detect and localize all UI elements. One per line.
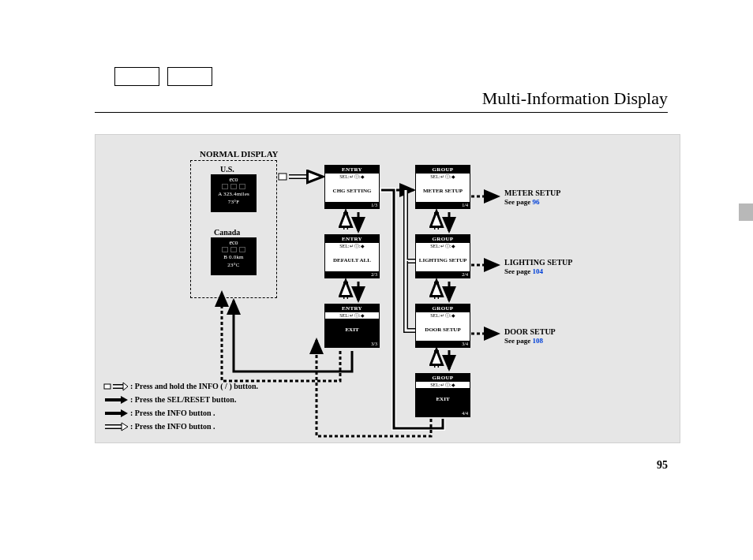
screen-group-1: GROUP SEL:↵ ⓘ:◆ METER SETUP 1/4 — [415, 165, 470, 209]
legend-solid-arrow-icon — [103, 395, 130, 405]
canada-label: Canada — [214, 228, 240, 237]
temp-value: 73°F — [211, 199, 257, 205]
svg-rect-22 — [104, 384, 111, 389]
eco-label: eco — [211, 174, 257, 183]
annotation-lighting: LIGHTING SETUP See page 104 — [504, 258, 572, 275]
screen-entry-3: ENTRY SEL:↵ ⓘ:◆ EXIT 3/3 — [324, 304, 380, 348]
legend-row-info-up: : Press the INFO button . — [103, 420, 258, 433]
side-tab — [739, 203, 753, 221]
screen-entry-1: ENTRY SEL:↵ ⓘ:◆ CHG SETTING 1/3 — [324, 165, 380, 209]
legend-outline-arrow-icon — [103, 422, 130, 431]
page-number: 95 — [657, 459, 668, 472]
temp-value: 23°C — [211, 262, 257, 268]
trip-value: A 323.4miles — [211, 191, 257, 197]
mini-display-us: eco A 323.4miles 73°F — [211, 174, 257, 212]
eco-label: eco — [211, 237, 257, 246]
title-rule — [95, 112, 668, 113]
page-link-104[interactable]: 104 — [533, 267, 544, 275]
screen-group-3: GROUP SEL:↵ ⓘ:◆ DOOR SETUP 3/4 — [415, 304, 470, 348]
svg-rect-0 — [279, 174, 287, 180]
legend: : Press and hold the INFO ( / ) button. … — [103, 379, 258, 433]
mini-display-canada: eco B 0.0km 23°C — [211, 237, 257, 275]
page: Multi-Information Display Instruments an… — [0, 0, 753, 560]
page-title: Multi-Information Display — [482, 88, 668, 109]
screen-group-4: GROUP SEL:↵ ⓘ:◆ EXIT 4/4 — [415, 373, 470, 417]
screen-entry-2: ENTRY SEL:↵ ⓘ:◆ DEFAULT ALL 2/3 — [324, 234, 380, 278]
page-link-96[interactable]: 96 — [533, 198, 540, 206]
top-tabs — [114, 67, 212, 86]
diagram-figure: NORMAL DISPLAY U.S. eco A 323.4miles 73°… — [95, 134, 680, 443]
legend-row-sel: : Press the SEL/RESET button. — [103, 393, 258, 406]
annotation-door: DOOR SETUP See page 108 — [504, 327, 556, 345]
tab-blank-1 — [114, 67, 159, 86]
legend-hollow-arrow-icon — [103, 382, 130, 391]
legend-solid-arrow-icon — [103, 409, 130, 418]
page-link-108[interactable]: 108 — [533, 337, 544, 345]
annotation-meter: METER SETUP See page 96 — [504, 189, 560, 206]
trip-value: B 0.0km — [211, 254, 257, 260]
normal-display-title: NORMAL DISPLAY — [200, 149, 279, 159]
legend-row-info-down: : Press the INFO button . — [103, 406, 258, 420]
us-label: U.S. — [220, 165, 234, 174]
gauge-icon — [211, 247, 257, 252]
gauge-icon — [211, 184, 257, 189]
screen-group-2: GROUP SEL:↵ ⓘ:◆ LIGHTING SETUP 2/4 — [415, 234, 470, 278]
legend-row-hold: : Press and hold the INFO ( / ) button. — [103, 379, 258, 393]
tab-blank-2 — [167, 67, 212, 86]
